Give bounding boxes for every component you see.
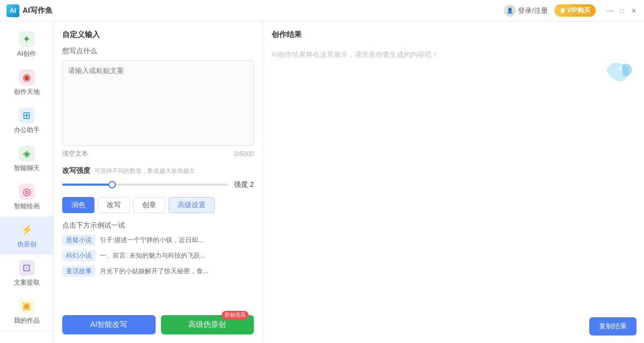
- example-tag-scifi: 科幻小说: [62, 250, 96, 261]
- close-button[interactable]: ✕: [630, 7, 638, 14]
- svg-point-0: [618, 67, 621, 70]
- sidebar-item-create-world[interactable]: ◉ 创作天地: [0, 64, 53, 102]
- sidebar-item-smart-draw[interactable]: ◎ 智能绘画: [0, 178, 53, 216]
- right-panel: 创作结果 AI创作结果将在这里展示，请完善你要生成的内容吧！ 复制结果: [263, 21, 644, 343]
- content-input[interactable]: [62, 60, 254, 146]
- intensity-slider[interactable]: [62, 184, 229, 186]
- example-text-mystery: 引子:描述一个宁静的小镇，近日却...: [100, 236, 203, 245]
- list-item[interactable]: 童话故事 月光下的小姑娘解开了惊天秘密，食...: [62, 266, 254, 277]
- intensity-label: 改写强度: [62, 166, 90, 176]
- text-extract-icon: ⊡: [19, 260, 35, 276]
- sidebar-item-office[interactable]: ⊞ 办公助手: [0, 102, 53, 140]
- examples-title: 点击下方示例试一试: [62, 221, 254, 230]
- smart-draw-icon: ◎: [19, 184, 35, 200]
- action-tabs: 润色 改写 创章 高级设置: [62, 197, 254, 213]
- copy-result-button[interactable]: 复制结果: [589, 317, 636, 335]
- examples-section: 点击下方示例试一试 悬疑小说 引子:描述一个宁静的小镇，近日却... 科幻小说 …: [62, 221, 254, 281]
- decoration-icon: [601, 54, 633, 86]
- sidebar-item-fake-original[interactable]: ⚡ 伪原创: [0, 216, 53, 254]
- input-label: 想写点什么: [62, 46, 254, 56]
- slider-thumb[interactable]: [108, 181, 116, 188]
- content-area: 自定义输入 想写点什么 清空文本 0/5000 改写强度 可选择不同的数值，数值…: [54, 21, 644, 343]
- bottom-buttons: AI智能改写 高级伪原创 原创底高: [62, 306, 254, 334]
- sidebar-item-text-extract[interactable]: ⊡ 文案提取: [0, 254, 53, 293]
- app-logo: AI AI写作鱼: [6, 4, 53, 17]
- example-tag-fairy: 童话故事: [62, 266, 96, 277]
- logo-icon: AI: [6, 4, 19, 17]
- example-text-fairy: 月光下的小姑娘解开了惊天秘密，食...: [100, 267, 208, 276]
- sidebar-footer: ○ 小程序体验 ○ 微信客服 □ PC网页端 ⚑ 举报: [0, 331, 53, 343]
- fake-original-icon: ⚡: [19, 222, 35, 238]
- ai-rewrite-button[interactable]: AI智能改写: [62, 315, 156, 334]
- title-bar-right: 👤 登录/注册 ♛ VIP购买 — □ ✕: [504, 4, 638, 17]
- sidebar-item-ai-create[interactable]: ✦ AI创作: [0, 26, 53, 64]
- title-bar: AI AI写作鱼 👤 登录/注册 ♛ VIP购买 — □ ✕: [0, 0, 644, 21]
- intensity-header: 改写强度 可选择不同的数值，数值越大改动越大: [62, 166, 254, 176]
- badge: 原创底高: [222, 311, 248, 319]
- advanced-original-button[interactable]: 高级伪原创 原创底高: [161, 315, 254, 334]
- main-layout: ✦ AI创作 ◉ 创作天地 ⊞ 办公助手 ◈ 智能聊天 ◎ 智: [0, 21, 644, 343]
- sidebar-item-miniapp[interactable]: ○ 小程序体验: [0, 335, 53, 343]
- sidebar-item-smart-chat[interactable]: ◈ 智能聊天: [0, 140, 53, 178]
- tab-润色[interactable]: 润色: [62, 197, 94, 213]
- intensity-value: 强度 2: [234, 180, 254, 189]
- example-text-scifi: 一、前言: 未知的魅力与科技的飞跃...: [100, 251, 206, 260]
- char-count: 0/5000: [234, 150, 254, 158]
- minimize-button[interactable]: —: [606, 7, 614, 14]
- result-title: 创作结果: [272, 30, 635, 40]
- slider-row: 强度 2: [62, 180, 254, 189]
- intensity-section: 改写强度 可选择不同的数值，数值越大改动越大 强度 2: [62, 166, 254, 189]
- login-button[interactable]: 👤 登录/注册: [504, 5, 548, 17]
- section-title: 自定义输入: [62, 30, 254, 40]
- sidebar: ✦ AI创作 ◉ 创作天地 ⊞ 办公助手 ◈ 智能聊天 ◎ 智: [0, 21, 54, 343]
- app-title: AI写作鱼: [23, 6, 53, 16]
- example-tag-mystery: 悬疑小说: [62, 235, 96, 246]
- window-controls: — □ ✕: [606, 7, 638, 14]
- list-item[interactable]: 悬疑小说 引子:描述一个宁静的小镇，近日却...: [62, 235, 254, 246]
- office-icon: ⊞: [19, 107, 35, 123]
- sidebar-item-my-works[interactable]: ▣ 我的作品: [0, 293, 53, 331]
- my-works-icon: ▣: [19, 298, 35, 314]
- vip-button[interactable]: ♛ VIP购买: [554, 4, 596, 17]
- clear-text-button[interactable]: 清空文本: [62, 149, 88, 158]
- left-panel: 自定义输入 想写点什么 清空文本 0/5000 改写强度 可选择不同的数值，数值…: [54, 21, 263, 343]
- tab-改写[interactable]: 改写: [98, 197, 130, 213]
- tab-advanced-settings[interactable]: 高级设置: [169, 197, 215, 213]
- smart-chat-icon: ◈: [19, 145, 35, 162]
- slider-fill: [62, 184, 112, 186]
- maximize-button[interactable]: □: [618, 7, 626, 14]
- text-area-footer: 清空文本 0/5000: [62, 149, 254, 158]
- intensity-hint: 可选择不同的数值，数值越大改动越大: [94, 167, 195, 175]
- list-item[interactable]: 科幻小说 一、前言: 未知的魅力与科技的飞跃...: [62, 250, 254, 261]
- create-world-icon: ◉: [19, 69, 35, 85]
- result-placeholder: AI创作结果将在这里展示，请完善你要生成的内容吧！: [272, 48, 635, 61]
- ai-create-icon: ✦: [19, 31, 35, 47]
- user-avatar: 👤: [504, 5, 516, 17]
- tab-创章[interactable]: 创章: [133, 197, 165, 213]
